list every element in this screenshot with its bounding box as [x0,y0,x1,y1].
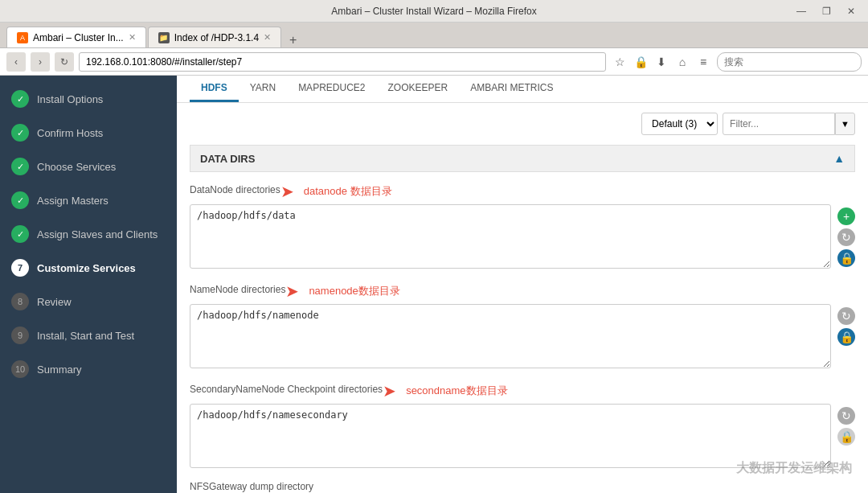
section-title: DATA DIRS [200,153,255,165]
sidebar-label-install-options: Install Options [37,93,103,105]
namenode-annotation-wrapper: NameNode directories ➤ namenode数据目录 [190,281,855,301]
window-controls[interactable]: — ❐ ✕ [792,4,860,18]
step-circle-4: ✓ [11,191,29,209]
secondarynamenode-annotation: secondname数据目录 [406,384,507,398]
tab-favicon-hdp: 📁 [158,32,170,43]
secondarynamenode-dir-group: SecondaryNameNode Checkpoint directories… [190,381,855,468]
datanode-arrow: ➤ [280,182,294,201]
datanode-dir-row: + ↻ 🔒 [190,204,855,269]
sidebar: ✓ Install Options ✓ Confirm Hosts ✓ Choo… [0,76,177,493]
browser-tabs: A Ambari – Cluster In... ✕ 📁 Index of /H… [0,23,868,48]
tab-close-ambari[interactable]: ✕ [129,32,136,43]
namenode-textarea[interactable] [190,304,831,368]
tab-hdp[interactable]: 📁 Index of /HDP-3.1.4 ✕ [148,27,281,47]
default-filter-group: Default (3) [641,113,718,135]
tab-yarn[interactable]: YARN [239,76,287,102]
download-icon[interactable]: ⬇ [653,53,670,71]
sidebar-label-confirm-hosts: Confirm Hosts [37,127,103,139]
datanode-actions: + ↻ 🔒 [837,204,855,267]
content-area: HDFS YARN MAPREDUCE2 ZOOKEEPER AMBARI ME… [177,76,868,493]
new-tab-button[interactable]: + [283,33,303,47]
tab-ambari[interactable]: A Ambari – Cluster In... ✕ [6,27,146,47]
namenode-refresh-btn[interactable]: ↻ [837,307,855,325]
secondarynamenode-lock-btn[interactable]: 🔒 [837,428,855,446]
menu-icon[interactable]: ≡ [694,53,712,71]
namenode-actions: ↻ 🔒 [837,304,855,346]
tab-label-ambari: Ambari – Cluster In... [33,32,124,43]
secondarynamenode-annotation-wrapper: SecondaryNameNode Checkpoint directories… [190,381,855,401]
default-filter-dropdown[interactable]: Default (3) [641,113,718,135]
namenode-label: NameNode directories [190,284,285,295]
tab-mapreduce2[interactable]: MAPREDUCE2 [287,76,376,102]
browser-addressbar: ‹ › ↻ ☆ 🔒 ⬇ ⌂ ≡ [0,48,868,76]
filter-dropdown-btn[interactable]: ▼ [835,113,855,135]
step-circle-8: 8 [11,293,29,310]
sidebar-item-summary[interactable]: 10 Summary [0,352,177,386]
filter-input-group: ▼ [723,113,855,135]
tab-favicon-ambari: A [17,32,28,43]
step-circle-3: ✓ [11,158,29,175]
sidebar-label-assign-masters: Assign Masters [37,195,108,207]
bookmark-icon[interactable]: ☆ [611,53,628,71]
browser-title: Ambari – Cluster Install Wizard – Mozill… [331,6,536,17]
back-button[interactable]: ‹ [6,52,26,72]
step-circle-7: 7 [11,259,29,277]
step-circle-10: 10 [11,360,29,378]
secondarynamenode-dir-row: ↻ 🔒 [190,404,855,468]
tab-close-hdp[interactable]: ✕ [264,32,271,43]
datanode-add-btn[interactable]: + [837,207,855,225]
sidebar-item-assign-masters[interactable]: ✓ Assign Masters [0,183,177,217]
browser-titlebar: Ambari – Cluster Install Wizard – Mozill… [0,0,868,23]
sidebar-label-customize-services: Customize Services [37,262,136,274]
step-circle-1: ✓ [11,90,29,108]
secondarynamenode-textarea[interactable] [190,404,831,468]
forward-button[interactable]: › [31,52,50,72]
datanode-refresh-btn[interactable]: ↻ [837,228,855,246]
sidebar-label-install-test: Install, Start and Test [37,330,134,342]
tab-label-hdp: Index of /HDP-3.1.4 [174,32,259,43]
secondarynamenode-arrow: ➤ [383,381,396,401]
nfsgateway-label: NFSGateway dump directory [190,481,855,492]
search-input[interactable] [717,52,862,72]
step-circle-9: 9 [11,327,29,344]
nfsgateway-dir-group: NFSGateway dump directory [190,481,855,492]
sidebar-item-install-options[interactable]: ✓ Install Options [0,82,177,116]
secondarynamenode-label: SecondaryNameNode Checkpoint directories [190,384,383,395]
step-circle-5: ✓ [11,225,29,243]
namenode-annotation: namenode数据目录 [309,284,399,298]
sidebar-label-review: Review [37,296,72,308]
datanode-lock-btn[interactable]: 🔒 [837,249,855,267]
tab-ambari-metrics[interactable]: AMBARI METRICS [459,76,564,102]
minimize-button[interactable]: — [792,4,811,18]
tab-zookeeper[interactable]: ZOOKEEPER [376,76,459,102]
sidebar-item-install-test[interactable]: 9 Install, Start and Test [0,318,177,352]
tab-hdfs[interactable]: HDFS [190,76,239,102]
datanode-dir-group: DataNode directories ➤ datanode 数据目录 + ↻… [190,182,855,269]
lock-icon[interactable]: 🔒 [632,53,649,71]
secondarynamenode-actions: ↻ 🔒 [837,404,855,446]
secondarynamenode-refresh-btn[interactable]: ↻ [837,407,855,425]
filter-input[interactable] [723,113,835,135]
content-tabs: HDFS YARN MAPREDUCE2 ZOOKEEPER AMBARI ME… [177,76,868,103]
namenode-dir-group: NameNode directories ➤ namenode数据目录 ↻ 🔒 [190,281,855,368]
sidebar-label-assign-slaves: Assign Slaves and Clients [37,228,158,240]
namenode-lock-btn[interactable]: 🔒 [837,328,855,346]
address-bar[interactable] [79,52,606,72]
sidebar-item-confirm-hosts[interactable]: ✓ Confirm Hosts [0,116,177,150]
filter-bar: Default (3) ▼ [190,113,855,135]
step-circle-2: ✓ [11,124,29,142]
home-icon[interactable]: ⌂ [674,53,691,71]
sidebar-item-choose-services[interactable]: ✓ Choose Services [0,150,177,183]
close-button[interactable]: ✕ [842,4,860,18]
sidebar-label-choose-services: Choose Services [37,161,116,173]
sidebar-item-review[interactable]: 8 Review [0,285,177,318]
datanode-textarea[interactable] [190,204,831,269]
section-collapse-icon[interactable]: ▲ [833,152,845,165]
sidebar-item-customize-services[interactable]: 7 Customize Services [0,251,177,285]
refresh-button[interactable]: ↻ [55,52,74,72]
toolbar-icons: ☆ 🔒 ⬇ ⌂ ≡ [611,53,712,71]
sidebar-item-assign-slaves[interactable]: ✓ Assign Slaves and Clients [0,217,177,251]
datanode-annotation-wrapper: DataNode directories ➤ datanode 数据目录 [190,182,855,201]
maximize-button[interactable]: ❐ [817,4,836,18]
content-body: Default (3) ▼ DATA DIRS ▲ DataNode direc… [177,103,868,493]
